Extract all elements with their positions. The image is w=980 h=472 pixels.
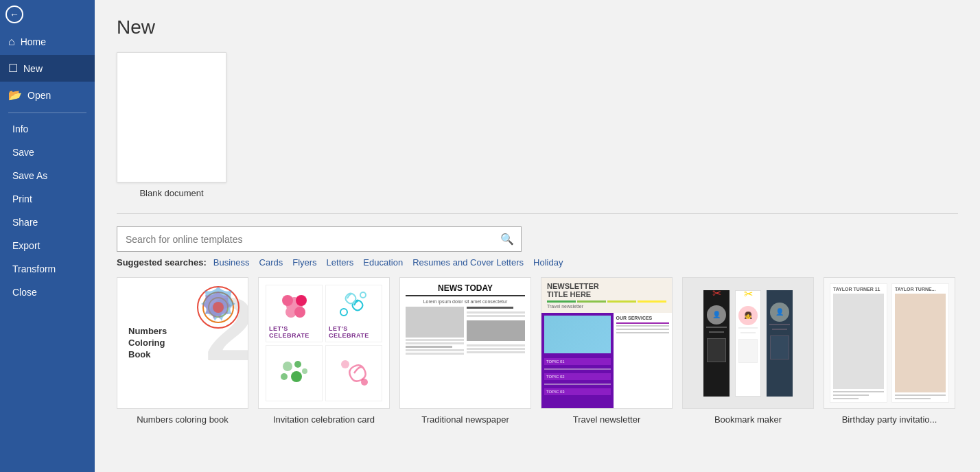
bday-card-2: TAYLOR TURNE... bbox=[891, 283, 949, 403]
template-label-bookmark: Bookmark maker bbox=[714, 414, 782, 425]
bday-card-1: TAYLOR TURNER 11 bbox=[830, 283, 887, 403]
search-input[interactable] bbox=[117, 228, 493, 250]
template-invitation-card[interactable]: LET'S CELEBRATE LET'S CELEBRATE bbox=[258, 277, 390, 425]
newspaper-thumb-content: NEWS TODAY Lorem ipsum dolor sit amet co… bbox=[400, 278, 530, 408]
search-section: 🔍 Suggested searches: Business Cards Fly… bbox=[117, 226, 958, 268]
template-label-birthday: Birthday party invitatio... bbox=[842, 414, 937, 425]
bookmark-ribbon-1: ✂ bbox=[712, 287, 721, 300]
svg-point-5 bbox=[282, 295, 293, 306]
sidebar-item-save-as-label: Save As bbox=[12, 170, 47, 181]
suggestion-cards[interactable]: Cards bbox=[259, 257, 283, 268]
suggestion-business[interactable]: Business bbox=[213, 257, 250, 268]
svg-point-15 bbox=[302, 368, 307, 374]
news-line-4 bbox=[406, 349, 464, 351]
sidebar-item-export[interactable]: Export bbox=[0, 234, 95, 257]
nl-topic-2: TOPIC 02 bbox=[544, 373, 611, 380]
nl-services-title: OUR SERVICES bbox=[616, 316, 670, 320]
bday-line-b bbox=[833, 394, 869, 396]
news-line-5 bbox=[406, 353, 464, 355]
nl-line-yellow bbox=[607, 300, 636, 303]
inv-cell-2: LET'S CELEBRATE bbox=[325, 285, 382, 342]
svg-point-10 bbox=[360, 292, 366, 298]
nl-line-r1 bbox=[616, 325, 670, 327]
bday-line-a bbox=[833, 391, 884, 392]
sidebar-item-save-label: Save bbox=[12, 147, 34, 158]
nl-topic-3: TOPIC 03 bbox=[544, 388, 611, 395]
bm-line-1 bbox=[706, 327, 727, 328]
inv-cell-1: LET'S CELEBRATE bbox=[266, 285, 323, 342]
sidebar-item-info[interactable]: Info bbox=[0, 117, 95, 141]
svg-point-17 bbox=[361, 379, 368, 386]
roses-svg bbox=[277, 288, 312, 322]
sidebar-item-print[interactable]: Print bbox=[0, 187, 95, 211]
inv-cell-3 bbox=[266, 345, 323, 401]
nl-line-green bbox=[547, 300, 576, 303]
template-newspaper[interactable]: NEWS TODAY Lorem ipsum dolor sit amet co… bbox=[399, 277, 531, 425]
sidebar-item-close-label: Close bbox=[12, 287, 37, 298]
bm3-line-1 bbox=[769, 324, 790, 325]
news-line-1 bbox=[406, 339, 464, 341]
sidebar-item-new[interactable]: ☐ New bbox=[0, 55, 95, 82]
template-thumb-birthday: TAYLOR TURNER 11 TAYLOR TURNE... bbox=[824, 277, 955, 409]
svg-point-12 bbox=[294, 361, 301, 368]
folder-icon: 📂 bbox=[8, 88, 22, 102]
template-label-newsletter: Travel newsletter bbox=[573, 414, 641, 425]
news-line-3 bbox=[406, 346, 452, 348]
template-newsletter[interactable]: NEWSLETTERTITLE HERE Travel newsletter bbox=[541, 277, 673, 425]
sidebar-item-close[interactable]: Close bbox=[0, 281, 95, 304]
bday-name-text-2: TAYLOR TURNE... bbox=[895, 287, 946, 292]
suggestion-education[interactable]: Education bbox=[363, 257, 403, 268]
blank-document-card bbox=[117, 52, 226, 182]
bday-name-text: TAYLOR TURNER 11 bbox=[833, 287, 884, 292]
template-bookmark[interactable]: ✂ 👤 ✂ 👧 bbox=[682, 277, 814, 425]
suggestion-letters[interactable]: Letters bbox=[327, 257, 354, 268]
nl-subtitle: Travel newsletter bbox=[547, 304, 666, 309]
bm3-line-2 bbox=[772, 329, 788, 330]
news-photo-small bbox=[467, 320, 525, 341]
sidebar-item-home[interactable]: ⌂ Home bbox=[0, 29, 95, 55]
bm2-img bbox=[738, 339, 758, 363]
news-line-9 bbox=[467, 348, 525, 350]
sidebar-divider bbox=[8, 113, 86, 113]
sidebar-item-save[interactable]: Save bbox=[0, 141, 95, 164]
bm3-img bbox=[770, 335, 789, 359]
bday-photo-1 bbox=[833, 294, 884, 389]
sidebar-item-share[interactable]: Share bbox=[0, 211, 95, 234]
template-label-numbers: Numbers coloring book bbox=[137, 414, 229, 425]
news-image bbox=[406, 307, 464, 338]
numbers-thumb-text: NumbersColoringBook bbox=[128, 326, 167, 361]
nl-line-lightgreen bbox=[577, 300, 606, 303]
search-bar: 🔍 bbox=[117, 226, 522, 252]
svg-point-6 bbox=[296, 295, 307, 306]
bookmark-2: ✂ 👧 bbox=[735, 290, 761, 397]
template-thumb-bookmark: ✂ 👤 ✂ 👧 bbox=[682, 277, 814, 409]
sidebar-item-save-as[interactable]: Save As bbox=[0, 164, 95, 187]
sidebar-item-open[interactable]: 📂 Open bbox=[0, 82, 95, 108]
news-body bbox=[406, 307, 525, 403]
search-button[interactable]: 🔍 bbox=[493, 227, 521, 251]
bookmark-2-photo: 👧 bbox=[738, 306, 758, 325]
blank-document-button[interactable]: Blank document bbox=[117, 52, 226, 198]
template-label-newspaper: Traditional newspaper bbox=[421, 414, 509, 425]
bm2-line-1 bbox=[738, 327, 758, 329]
newsletter-thumb-content: NEWSLETTERTITLE HERE Travel newsletter bbox=[541, 278, 672, 408]
template-birthday[interactable]: TAYLOR TURNER 11 TAYLOR TURNE... bbox=[824, 277, 955, 425]
suggestion-flyers[interactable]: Flyers bbox=[292, 257, 316, 268]
template-numbers-coloring-book[interactable]: NumbersColoringBook 2 Numbers coloring b… bbox=[117, 277, 248, 425]
numbers-deco-svg bbox=[194, 283, 242, 331]
back-icon: ← bbox=[5, 5, 23, 23]
template-thumb-invitation: LET'S CELEBRATE LET'S CELEBRATE bbox=[258, 277, 390, 409]
svg-point-9 bbox=[340, 309, 347, 316]
back-button[interactable]: ← bbox=[0, 0, 95, 29]
suggestion-holiday[interactable]: Holiday bbox=[533, 257, 563, 268]
suggestion-resumes[interactable]: Resumes and Cover Letters bbox=[412, 257, 524, 268]
sidebar: ← ⌂ Home ☐ New 📂 Open Info Save Save As … bbox=[0, 0, 95, 472]
nl-divider-1 bbox=[544, 368, 611, 370]
section-divider bbox=[117, 213, 958, 214]
template-thumb-numbers: NumbersColoringBook 2 bbox=[117, 277, 248, 409]
suggested-searches: Suggested searches: Business Cards Flyer… bbox=[117, 257, 958, 268]
sidebar-item-transform[interactable]: Transform bbox=[0, 257, 95, 281]
home-icon: ⌂ bbox=[8, 36, 15, 48]
template-label-invitation: Invitation celebration card bbox=[273, 414, 375, 425]
nl-services-divider bbox=[616, 322, 670, 324]
